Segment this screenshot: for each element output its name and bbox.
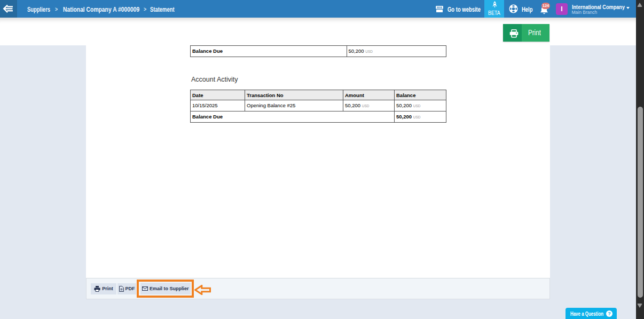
svg-text:?: ? — [608, 311, 611, 316]
